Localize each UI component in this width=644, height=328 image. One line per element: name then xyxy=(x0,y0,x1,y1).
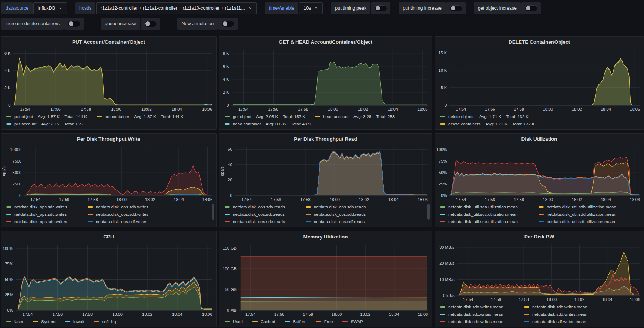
legend-item[interactable]: put accountAvg: 2.15Total: 165 xyxy=(6,120,83,128)
legend: get objectAvg: 2.05 KTotal: 157 Khead ac… xyxy=(219,113,432,129)
series-avg: Avg: 2.15 xyxy=(41,120,59,128)
series-color-marker xyxy=(225,221,230,222)
series-name: netdata.disk_ops.sda.reads xyxy=(233,203,285,211)
legend-item[interactable]: Free xyxy=(316,318,333,325)
x-axis-tick: 17:56 xyxy=(50,107,61,111)
series-name: netdata.disk_util.sdb.utilization.mean xyxy=(547,203,616,211)
toggle-switch[interactable] xyxy=(375,5,387,11)
chart-area[interactable]: 17:5417:5617:5818:0018:0218:0418:060 kB/… xyxy=(435,242,644,303)
legend-item[interactable]: Cached xyxy=(252,318,275,325)
legend-item[interactable]: netdata.disk_ops.sdb.reads xyxy=(306,203,366,211)
legend-scrollbar[interactable] xyxy=(212,204,214,220)
chart-area[interactable]: 17:5417:5617:5818:0018:0218:0418:0602 K4… xyxy=(219,47,432,113)
legend-item[interactable]: soft_irq xyxy=(94,318,116,325)
legend-item[interactable]: netdata.disk_util.sdd.utilization.mean xyxy=(539,211,616,218)
variable-label-hostls: hostls xyxy=(75,2,95,14)
legend-item[interactable]: put containerAvg: 1.87 KTotal: 144 K xyxy=(97,113,183,120)
series-name: netdata.disk_ops.sdb.writes xyxy=(96,203,148,211)
panel-title[interactable]: Per Disk Throughput Read xyxy=(219,134,432,144)
legend-item[interactable]: netdata.disk.sdc.writes.mean xyxy=(440,311,503,318)
series-name: netdata.disk_ops.sda.writes xyxy=(14,203,67,211)
legend-scrollbar[interactable] xyxy=(427,204,430,220)
legend-item[interactable]: netdata.disk_ops.sda.reads xyxy=(225,203,285,211)
legend-item[interactable]: netdata.disk_ops.sdd.reads xyxy=(306,211,366,218)
x-axis-tick: 17:56 xyxy=(491,297,501,302)
legend-item[interactable]: delete containersAvg: 1.72 KTotal: 132 K xyxy=(440,120,535,128)
panel-title[interactable]: Per Disk Throughput Write xyxy=(1,134,216,144)
legend-item[interactable]: delete objectsAvg: 1.71 KTotal: 132 K xyxy=(440,113,529,120)
x-axis-tick: 18:04 xyxy=(601,197,611,202)
variable-value-hostls[interactable]: r1z1s12-controller + r1z1s1-controller +… xyxy=(96,2,257,14)
x-axis-tick: 17:56 xyxy=(53,312,63,317)
toggle-label: get object increase xyxy=(474,2,521,14)
legend-item[interactable]: netdata.disk_ops.sdf.reads xyxy=(306,218,366,225)
variable-value-timeVariable[interactable]: 10s xyxy=(299,2,323,14)
legend-item[interactable]: netdata.disk_util.sdc.utilization.mean xyxy=(440,211,518,218)
panel-title[interactable]: DELETE Container/Object xyxy=(435,37,644,47)
legend-item[interactable]: SWAP xyxy=(342,318,363,325)
toggle-switch[interactable] xyxy=(450,5,462,11)
legend-item[interactable]: netdata.disk_ops.sde.writes xyxy=(6,218,67,225)
legend-item[interactable]: netdata.disk_ops.sdb.writes xyxy=(88,203,148,211)
panel-title[interactable]: GET & HEAD Account/Container/Object xyxy=(219,37,432,47)
legend-item[interactable]: netdata.disk_util.sdf.utilization.mean xyxy=(539,218,616,225)
series-color-marker xyxy=(285,321,290,322)
panel-title[interactable]: PUT Account/Container/Object xyxy=(1,37,216,47)
chart-area[interactable]: 17:5417:5617:5818:0018:0218:0418:060%25%… xyxy=(435,144,644,203)
variable-value-text: r1z1s12-controller + r1z1s1-controller +… xyxy=(101,6,245,11)
legend-item[interactable]: head containerAvg: 0.635Total: 48.9 xyxy=(225,120,311,128)
legend-item[interactable]: netdata.disk.sdb.writes.mean xyxy=(524,303,587,311)
variable-hostls: hostls r1z1s12-controller + r1z1s1-contr… xyxy=(75,2,257,14)
legend-item[interactable]: netdata.disk.sdd.writes.mean xyxy=(524,311,587,318)
legend-item[interactable]: put objectAvg: 1.87 KTotal: 144 K xyxy=(6,113,87,120)
legend-item[interactable]: Used xyxy=(225,318,243,325)
legend-item[interactable]: netdata.disk_ops.sdc.reads xyxy=(225,211,285,218)
legend-item[interactable]: netdata.disk.sdf.writes.mean xyxy=(524,318,587,325)
variable-datasource: datasource InfluxDB xyxy=(1,2,67,14)
legend-item[interactable]: netdata.disk_ops.sdc.writes xyxy=(6,211,67,218)
x-axis-tick: 18:02 xyxy=(360,312,370,317)
legend-item[interactable]: netdata.disk.sda.writes.mean xyxy=(440,303,503,311)
panel-title[interactable]: Disk Utilization xyxy=(435,134,644,144)
panel-title[interactable]: CPU xyxy=(1,231,216,242)
legend-item[interactable]: Iowait xyxy=(65,318,84,325)
chart-area[interactable]: 17:5417:5617:5818:0018:0218:0418:0602500… xyxy=(1,144,216,203)
series-color-marker xyxy=(524,306,529,308)
legend-item[interactable]: netdata.disk_ops.sdf.writes xyxy=(88,218,148,225)
legend-item[interactable]: Buffers xyxy=(285,318,306,325)
legend-item[interactable]: netdata.disk_util.sda.utilization.mean xyxy=(440,203,518,211)
toggle-switch[interactable] xyxy=(525,5,537,11)
legend-item[interactable]: head accountAvg: 3.28Total: 253 xyxy=(315,113,395,120)
legend-item[interactable]: System xyxy=(33,318,55,325)
legend-item[interactable]: netdata.disk_ops.sde.reads xyxy=(225,218,285,225)
chart-area[interactable]: 17:5417:5617:5818:0018:0218:0418:060%25%… xyxy=(1,242,216,318)
legend-item[interactable]: User xyxy=(6,318,23,325)
toggle-switch[interactable] xyxy=(68,21,80,27)
variable-value-datasource[interactable]: InfluxDB xyxy=(33,2,67,14)
legend-item[interactable]: netdata.disk_ops.sda.writes xyxy=(6,203,67,211)
chart-area[interactable]: 17:5417:5617:5818:0018:0218:0418:060 MB5… xyxy=(219,242,432,318)
legend-item[interactable]: netdata.disk_ops.sdd.writes xyxy=(88,211,148,218)
panel-delete: DELETE Container/Object17:5417:5617:5818… xyxy=(435,36,644,130)
toggle-switch[interactable] xyxy=(222,21,234,27)
variable-label-timeVariable: timeVariable xyxy=(265,2,299,14)
toggle-increase-delete-containers: increase delete containers xyxy=(1,18,84,30)
series-color-marker xyxy=(524,314,529,315)
legend-item[interactable]: netdata.disk_util.sdb.utilization.mean xyxy=(539,203,616,211)
legend: delete objectsAvg: 1.71 KTotal: 132 Kdel… xyxy=(435,113,644,129)
series-color-marker xyxy=(225,214,230,215)
y-axis-tick: 0 xyxy=(19,193,21,198)
legend-item[interactable]: get objectAvg: 2.05 KTotal: 157 K xyxy=(225,113,305,120)
y-axis-tick: 4 K xyxy=(223,77,229,81)
toggle-switch[interactable] xyxy=(144,21,157,27)
chart-area[interactable]: 17:5417:5617:5818:0018:0218:0418:0602040… xyxy=(219,144,432,203)
chart-area[interactable]: 17:5417:5617:5818:0018:0218:0418:0602 K4… xyxy=(1,47,216,113)
legend-item[interactable]: netdata.disk.sde.writes.mean xyxy=(440,318,503,325)
chart-area[interactable]: 17:5417:5617:5818:0018:0218:0418:0605 K1… xyxy=(435,47,644,113)
panel-title[interactable]: Memory Utilization xyxy=(219,231,432,242)
series-name: delete containers xyxy=(448,120,481,128)
panel-title[interactable]: Per Disk BW xyxy=(435,231,644,242)
legend-item[interactable]: netdata.disk_util.sde.utilization.mean xyxy=(440,218,518,225)
x-axis-tick: 17:54 xyxy=(20,107,30,111)
y-axis-tick: 25% xyxy=(5,292,13,297)
